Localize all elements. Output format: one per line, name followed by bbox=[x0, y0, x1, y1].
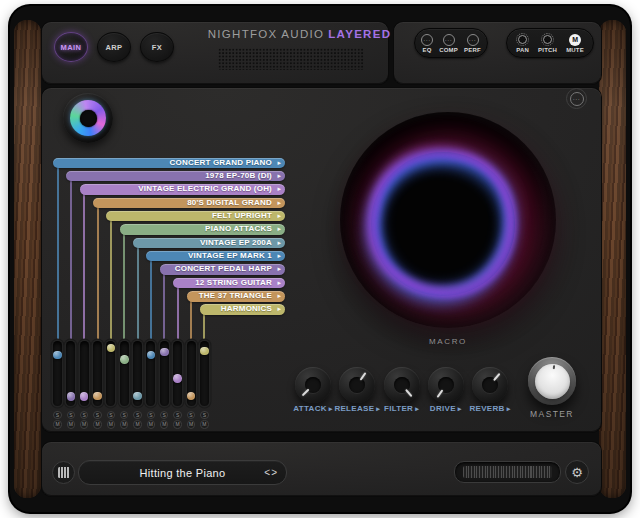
knob-filter[interactable] bbox=[384, 367, 420, 403]
slider-handle[interactable] bbox=[93, 392, 102, 401]
preset-selector[interactable]: Hitting the Piano < > bbox=[78, 460, 287, 485]
slider-handle[interactable] bbox=[67, 392, 76, 401]
layer-name: HARMONICS bbox=[221, 304, 272, 315]
slider-handle[interactable] bbox=[200, 347, 209, 356]
layer-item[interactable]: PIANO ATTACKS▸ bbox=[120, 224, 285, 235]
solo-button-label: S bbox=[189, 412, 192, 418]
knob-reverb[interactable] bbox=[472, 367, 508, 403]
volume-slider[interactable] bbox=[133, 341, 142, 406]
layer-item[interactable]: FELT UPRIGHT▸ bbox=[106, 211, 285, 222]
mute-button[interactable]: M bbox=[160, 420, 168, 428]
layer-name: 12 STRING GUITAR bbox=[195, 278, 272, 289]
volume-slider[interactable] bbox=[160, 341, 169, 406]
layer-item[interactable]: VINTAGE ELECTRIC GRAND (OH)▸ bbox=[80, 184, 285, 195]
layer-item[interactable]: HARMONICS▸ bbox=[200, 304, 285, 315]
wood-panel-left bbox=[14, 20, 41, 498]
options-button[interactable]: ··· bbox=[566, 88, 587, 109]
solo-button[interactable]: S bbox=[80, 411, 88, 419]
slider-handle[interactable] bbox=[53, 351, 62, 360]
mute-control[interactable]: M MUTE bbox=[566, 34, 584, 53]
solo-button[interactable]: S bbox=[173, 411, 181, 419]
tab-main[interactable]: MAIN bbox=[54, 32, 88, 62]
mute-button-label: M bbox=[136, 421, 140, 427]
solo-button[interactable]: S bbox=[133, 411, 141, 419]
solo-button[interactable]: S bbox=[160, 411, 168, 419]
preset-next-button[interactable]: > bbox=[271, 461, 277, 484]
solo-button[interactable]: S bbox=[187, 411, 195, 419]
mute-button[interactable]: M bbox=[80, 420, 88, 428]
slider-handle[interactable] bbox=[173, 374, 182, 383]
solo-button[interactable]: S bbox=[120, 411, 128, 419]
mute-button[interactable]: M bbox=[147, 420, 155, 428]
fx-button-comp[interactable]: ···COMP bbox=[439, 34, 458, 53]
volume-slider[interactable] bbox=[120, 341, 129, 406]
layer-item[interactable]: 12 STRING GUITAR▸ bbox=[173, 278, 285, 289]
volume-slider[interactable] bbox=[53, 341, 62, 406]
solo-button[interactable]: S bbox=[93, 411, 101, 419]
mute-button-label: M bbox=[69, 421, 73, 427]
volume-slider[interactable] bbox=[80, 341, 89, 406]
pan-control[interactable]: PAN bbox=[516, 33, 529, 53]
solo-button[interactable]: S bbox=[200, 411, 208, 419]
macro-pad[interactable] bbox=[340, 112, 556, 328]
layer-item[interactable]: 80'S DIGITAL GRAND▸ bbox=[93, 198, 285, 209]
knob-label-text: REVERB bbox=[470, 404, 505, 413]
solo-button-label: S bbox=[69, 412, 72, 418]
settings-button[interactable]: ⚙ bbox=[565, 460, 589, 484]
volume-slider[interactable] bbox=[173, 341, 182, 406]
master-knob[interactable] bbox=[528, 357, 576, 405]
layer-connector bbox=[97, 207, 99, 343]
spectrum-knob[interactable] bbox=[63, 93, 113, 143]
mute-button-label: M bbox=[109, 421, 113, 427]
mute-button[interactable]: M bbox=[133, 420, 141, 428]
slider-handle[interactable] bbox=[133, 392, 142, 401]
slider-handle[interactable] bbox=[187, 392, 196, 401]
mute-button[interactable]: M bbox=[107, 420, 115, 428]
slider-handle[interactable] bbox=[147, 351, 156, 360]
tab-fx[interactable]: FX bbox=[140, 32, 174, 62]
mute-button[interactable]: M bbox=[67, 420, 75, 428]
fx-button-perf[interactable]: ···PERF bbox=[464, 34, 481, 53]
main-panel: ··· MACRO CONCERT GRAND PIANO▸1978 EP-70… bbox=[42, 88, 601, 432]
solo-button[interactable]: S bbox=[67, 411, 75, 419]
fx-button-eq[interactable]: ···EQ bbox=[421, 34, 433, 53]
volume-slider[interactable] bbox=[146, 341, 155, 406]
volume-slider[interactable] bbox=[93, 341, 102, 406]
knob-attack[interactable] bbox=[295, 367, 331, 403]
slider-handle[interactable] bbox=[80, 392, 89, 401]
volume-slider[interactable] bbox=[187, 341, 196, 406]
mute-button[interactable]: M bbox=[120, 420, 128, 428]
layer-item[interactable]: 1978 EP-70B (DI)▸ bbox=[66, 171, 285, 182]
mute-button[interactable]: M bbox=[93, 420, 101, 428]
mute-button[interactable]: M bbox=[200, 420, 208, 428]
preset-prev-button[interactable]: < bbox=[264, 461, 270, 484]
channel-group: PAN PITCH M MUTE bbox=[506, 28, 594, 58]
knob-drive[interactable] bbox=[428, 367, 464, 403]
mute-button[interactable]: M bbox=[53, 420, 61, 428]
layer-name: VINTAGE EP 200A bbox=[200, 238, 272, 249]
volume-slider[interactable] bbox=[200, 341, 209, 406]
keyboard-button[interactable] bbox=[52, 461, 75, 484]
volume-slider[interactable] bbox=[66, 341, 75, 406]
mute-button[interactable]: M bbox=[187, 420, 195, 428]
layer-item[interactable]: VINTAGE EP MARK 1▸ bbox=[146, 251, 285, 262]
header-tabs: MAINARPFX bbox=[54, 32, 174, 62]
layer-item[interactable]: CONCERT GRAND PIANO▸ bbox=[53, 158, 285, 169]
mute-button[interactable]: M bbox=[173, 420, 181, 428]
layer-item[interactable]: THE 37 TRIANGLE▸ bbox=[187, 291, 286, 302]
solo-button[interactable]: S bbox=[53, 411, 61, 419]
tab-arp[interactable]: ARP bbox=[97, 32, 131, 62]
solo-button[interactable]: S bbox=[107, 411, 115, 419]
pitch-control[interactable]: PITCH bbox=[538, 33, 557, 53]
layer-name: CONCERT GRAND PIANO bbox=[170, 158, 272, 169]
ribbon-slider[interactable] bbox=[454, 461, 561, 483]
slider-handle[interactable] bbox=[160, 348, 169, 357]
fx-button-label: COMP bbox=[439, 47, 458, 53]
knob-release[interactable] bbox=[339, 367, 375, 403]
layer-item[interactable]: CONCERT PEDAL HARP▸ bbox=[160, 264, 285, 275]
slider-handle[interactable] bbox=[107, 344, 116, 353]
solo-button[interactable]: S bbox=[147, 411, 155, 419]
volume-slider[interactable] bbox=[106, 341, 115, 406]
layer-item[interactable]: VINTAGE EP 200A▸ bbox=[133, 238, 285, 249]
slider-handle[interactable] bbox=[120, 355, 129, 364]
